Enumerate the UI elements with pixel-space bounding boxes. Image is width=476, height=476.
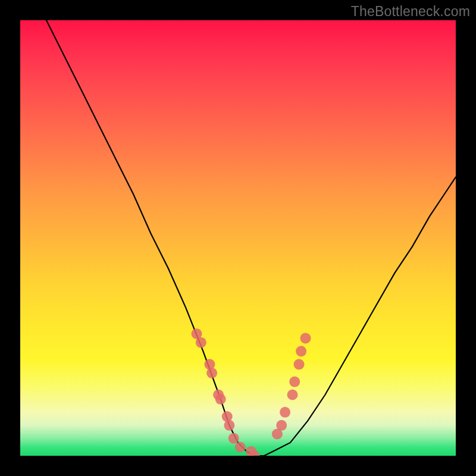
chart-frame: TheBottleneck.com [0, 0, 476, 476]
chart-svg [20, 20, 456, 456]
highlight-dot [235, 441, 246, 452]
highlight-dot [287, 390, 298, 400]
highlight-dot [196, 337, 206, 348]
watermark-text: TheBottleneck.com [351, 4, 470, 20]
highlight-dots-left [192, 328, 260, 456]
highlight-dot [228, 433, 239, 444]
highlight-dot [206, 368, 217, 378]
highlight-dot [300, 333, 311, 343]
highlight-dot [294, 359, 305, 369]
highlight-dot [276, 420, 287, 431]
highlight-dot [296, 346, 306, 356]
highlight-dot [280, 407, 290, 418]
chart-plot-area [20, 20, 456, 456]
highlight-dot [289, 377, 300, 387]
bottleneck-curve [46, 20, 456, 456]
highlight-dot [215, 394, 226, 405]
highlight-dot [224, 420, 234, 431]
